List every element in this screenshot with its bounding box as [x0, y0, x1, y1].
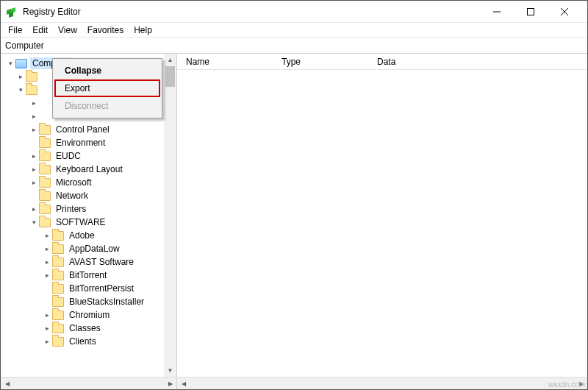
folder-icon — [52, 324, 64, 333]
folder-icon — [39, 152, 51, 161]
folder-icon — [52, 311, 64, 320]
tree-label: EUDC — [54, 150, 83, 162]
list-header: Name Type Data — [177, 54, 587, 70]
tree-label: Microsoft — [54, 177, 94, 188]
tree-label: Keyboard Layout — [54, 163, 125, 175]
tree-item-appdatalow[interactable]: ▸AppDataLow — [1, 242, 176, 255]
tree-item-network[interactable]: Network — [1, 189, 176, 202]
menu-bar: File Edit View Favorites Help — [1, 23, 587, 38]
menu-edit[interactable]: Edit — [28, 24, 52, 37]
tree-label: AVAST Software — [67, 256, 136, 268]
chevron-right-icon[interactable]: ▸ — [29, 152, 39, 160]
chevron-right-icon[interactable]: ▸ — [29, 113, 39, 120]
tree-panel: ▾ Computer ▸ ▾ ▸ ▸ ▸Control Panel Enviro… — [1, 54, 177, 377]
maximize-button[interactable] — [514, 1, 548, 23]
tree-item-avast[interactable]: ▸AVAST Software — [1, 255, 176, 269]
folder-icon — [52, 284, 64, 294]
tree-item-bittorrent[interactable]: ▸BitTorrent — [1, 269, 176, 282]
column-type[interactable]: Type — [277, 57, 373, 67]
chevron-right-icon[interactable]: ▸ — [42, 272, 52, 279]
chevron-right-icon[interactable]: ▸ — [29, 126, 39, 133]
folder-icon — [39, 125, 51, 135]
tree-item-printers[interactable]: ▸Printers — [1, 202, 176, 216]
title-bar: Registry Editor — [1, 1, 587, 23]
tree-label: Control Panel — [54, 124, 112, 135]
watermark: wsxdn.com — [548, 380, 585, 389]
address-bar[interactable]: Computer — [1, 38, 587, 54]
folder-icon — [39, 191, 51, 201]
chevron-down-icon[interactable]: ▾ — [29, 219, 39, 226]
chevron-right-icon[interactable]: ▸ — [42, 311, 52, 319]
tree-item-classes[interactable]: ▸Classes — [1, 322, 176, 335]
context-collapse[interactable]: Collapse — [54, 62, 160, 79]
tree-item-bluestacks[interactable]: BlueStacksInstaller — [1, 295, 176, 308]
chevron-right-icon[interactable]: ▸ — [42, 325, 52, 332]
chevron-right-icon[interactable]: ▸ — [15, 73, 26, 80]
folder-icon — [52, 271, 64, 280]
chevron-down-icon[interactable]: ▾ — [15, 86, 26, 93]
context-menu: Collapse Export Disconnect — [52, 58, 162, 118]
chevron-right-icon[interactable]: ▸ — [42, 245, 52, 252]
tree-label: Adobe — [67, 230, 97, 241]
tree-item-software[interactable]: ▾SOFTWARE — [1, 216, 176, 229]
tree-item-eudc[interactable]: ▸EUDC — [1, 149, 176, 163]
folder-icon — [52, 231, 64, 241]
tree-item-microsoft[interactable]: ▸Microsoft — [1, 176, 176, 189]
tree-label: BlueStacksInstaller — [67, 296, 146, 308]
scroll-left-icon[interactable]: ◀ — [177, 380, 190, 387]
folder-icon — [52, 244, 64, 254]
tree-item-chromium[interactable]: ▸Chromium — [1, 308, 176, 322]
scroll-up-icon[interactable]: ▲ — [164, 54, 176, 66]
tree-item-clients[interactable]: ▸Clients — [1, 335, 176, 348]
scroll-left-icon[interactable]: ◀ — [1, 380, 13, 387]
close-button[interactable] — [548, 1, 581, 23]
folder-icon — [39, 178, 51, 188]
chevron-right-icon[interactable]: ▸ — [42, 232, 52, 239]
folder-icon — [39, 138, 51, 148]
folder-icon — [52, 337, 64, 347]
chevron-right-icon[interactable]: ▸ — [29, 205, 39, 213]
chevron-right-icon[interactable]: ▸ — [42, 258, 52, 266]
tree-vertical-scrollbar[interactable]: ▲ ▼ — [164, 54, 176, 377]
column-name[interactable]: Name — [182, 57, 277, 67]
scroll-right-icon[interactable]: ▶ — [164, 380, 176, 387]
tree-item-bittorrentpersist[interactable]: BitTorrentPersist — [1, 282, 176, 295]
minimize-button[interactable] — [480, 1, 514, 23]
tree-item-adobe[interactable]: ▸Adobe — [1, 229, 176, 242]
tree-item-keyboard[interactable]: ▸Keyboard Layout — [1, 163, 176, 176]
tree-label: BitTorrent — [67, 269, 109, 281]
chevron-down-icon[interactable]: ▾ — [5, 60, 15, 67]
folder-icon — [39, 218, 51, 227]
address-text: Computer — [5, 40, 44, 51]
folder-icon — [52, 297, 64, 307]
horizontal-scrollbar-row: ◀ ▶ ◀ ▶ — [1, 377, 587, 389]
menu-file[interactable]: File — [4, 24, 26, 37]
tree-label: Network — [54, 190, 90, 202]
scroll-thumb[interactable] — [165, 66, 175, 87]
context-export[interactable]: Export — [54, 79, 160, 97]
window-title: Registry Editor — [23, 7, 81, 17]
tree-label: SOFTWARE — [54, 216, 108, 228]
tree-item-control-panel[interactable]: ▸Control Panel — [1, 123, 176, 136]
column-data[interactable]: Data — [373, 57, 587, 67]
tree-label: Environment — [54, 137, 107, 149]
tree-label: Chromium — [67, 309, 112, 321]
folder-icon — [52, 258, 64, 267]
scroll-down-icon[interactable]: ▼ — [164, 364, 176, 377]
chevron-right-icon[interactable]: ▸ — [42, 338, 52, 345]
context-disconnect: Disconnect — [54, 97, 160, 115]
chevron-right-icon[interactable]: ▸ — [29, 179, 39, 186]
menu-help[interactable]: Help — [129, 24, 157, 37]
list-panel: Name Type Data — [177, 54, 587, 377]
tree-item-environment[interactable]: Environment — [1, 136, 176, 149]
tree-label: AppDataLow — [67, 243, 122, 255]
folder-icon — [26, 72, 37, 82]
menu-favorites[interactable]: Favorites — [83, 24, 128, 37]
folder-icon — [26, 85, 37, 95]
tree-label: Printers — [54, 203, 88, 215]
tree-label: Classes — [67, 322, 103, 334]
svg-rect-1 — [528, 8, 534, 15]
menu-view[interactable]: View — [54, 24, 82, 37]
chevron-right-icon[interactable]: ▸ — [29, 99, 39, 107]
chevron-right-icon[interactable]: ▸ — [29, 166, 39, 173]
